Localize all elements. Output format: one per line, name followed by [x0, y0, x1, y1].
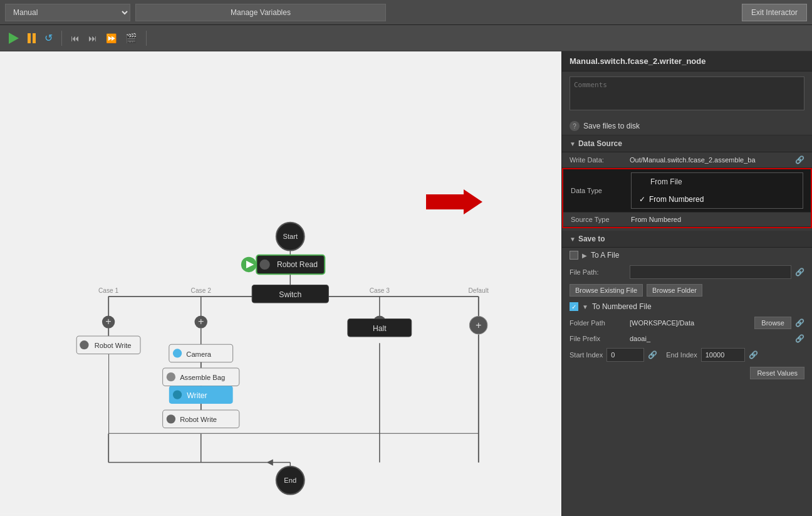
to-numbered-checkbox[interactable]: ✓	[570, 302, 578, 311]
data-type-dropdown-popup[interactable]: From File ✓ From Numbered	[631, 172, 803, 209]
browse-existing-button[interactable]: Browse Existing File	[570, 284, 643, 297]
to-numbered-label: To Numbered File	[592, 302, 652, 311]
reset-values-button[interactable]: Reset Values	[750, 367, 804, 379]
svg-text:Robot Write: Robot Write	[95, 342, 132, 349]
triangle-icon: ▼	[570, 140, 576, 147]
data-source-header[interactable]: ▼ Data Source	[562, 135, 812, 152]
panel-title: Manual.switch.fcase_2.writer_node	[562, 51, 812, 71]
file-prefix-value: daoai_	[630, 335, 791, 342]
svg-text:Writer: Writer	[187, 391, 207, 400]
svg-text:Robot Read: Robot Read	[277, 260, 318, 269]
save-files-row: ? Save files to disk	[562, 117, 812, 135]
flow-diagram: Start Robot Read Switch Case 1 Case 2 Ca…	[0, 51, 561, 516]
svg-text:Assemble Bag: Assemble Bag	[180, 374, 225, 381]
step-over-button[interactable]: ⏩	[103, 32, 119, 45]
data-type-label: Data Type	[571, 187, 627, 194]
write-data-value: Out/Manual.switch.fcase_2.assemble_ba	[630, 156, 791, 164]
svg-text:Camera: Camera	[186, 350, 212, 358]
reload-button[interactable]: ↺	[42, 31, 55, 45]
comments-section	[562, 71, 812, 117]
save-to-label: Save to	[578, 234, 605, 243]
browse-folder-button[interactable]: Browse Folder	[647, 284, 702, 297]
reload-icon: ↺	[44, 32, 53, 44]
pause-button[interactable]	[25, 32, 38, 45]
end-index-input[interactable]	[701, 348, 745, 362]
pause-icon	[28, 33, 36, 43]
start-index-input[interactable]	[606, 348, 644, 362]
write-data-link-icon[interactable]: 🔗	[795, 155, 804, 164]
exit-interactor-button[interactable]: Exit Interactor	[742, 4, 807, 21]
svg-text:Case 1: Case 1	[98, 287, 119, 294]
data-source-label: Data Source	[578, 139, 622, 148]
capture-button[interactable]: 🎬	[123, 31, 140, 45]
source-type-value: From Numbered	[631, 216, 681, 223]
save-to-header[interactable]: ▼ Save to	[562, 231, 812, 248]
step-start-icon: ⏮	[71, 33, 80, 43]
svg-text:+: +	[476, 319, 482, 330]
browse-buttons-row: Browse Existing File Browse Folder	[562, 282, 812, 299]
file-prefix-row: File Prefix daoai_ 🔗	[562, 332, 812, 345]
from-numbered-option: From Numbered	[649, 195, 704, 204]
svg-rect-22	[108, 433, 479, 434]
source-type-row: Source Type From Numbered	[563, 213, 811, 227]
data-type-dropdown-container: From File ✓ From Numbered	[631, 172, 803, 209]
file-prefix-link-icon[interactable]: 🔗	[795, 334, 804, 343]
comments-input[interactable]	[570, 76, 804, 110]
file-prefix-label: File Prefix	[570, 335, 626, 342]
info-icon[interactable]: ?	[570, 121, 580, 131]
dropdown-from-numbered[interactable]: ✓ From Numbered	[632, 191, 803, 208]
checkmark-icon: ✓	[639, 195, 645, 204]
folder-path-value: [WORKSPACE]/Data	[630, 319, 751, 327]
end-index-label: End Index	[666, 351, 697, 359]
from-file-option: From File	[650, 177, 682, 186]
data-type-row: Data Type From File ✓ From Numbered	[563, 169, 811, 213]
start-index-link-icon[interactable]: 🔗	[648, 350, 657, 359]
to-numbered-row: ✓ ▼ To Numbered File	[562, 299, 812, 314]
dropdown-from-file[interactable]: From File	[632, 173, 803, 191]
svg-text:+: +	[105, 315, 112, 327]
save-to-triangle: ▼	[570, 236, 576, 243]
folder-path-label: Folder Path	[570, 319, 626, 327]
manage-vars-button[interactable]: Manage Variables	[135, 4, 386, 21]
svg-point-60	[173, 391, 182, 399]
write-data-row: Write Data: Out/Manual.switch.fcase_2.as…	[562, 152, 812, 168]
step-start-button[interactable]: ⏮	[68, 32, 82, 45]
svg-text:Robot Write: Robot Write	[180, 416, 217, 423]
file-path-row: File Path: 🔗	[562, 263, 812, 282]
to-a-file-checkbox[interactable]	[570, 251, 578, 260]
to-a-file-label: To A File	[591, 251, 619, 260]
toolbar-separator	[61, 31, 62, 46]
svg-marker-0	[426, 189, 482, 214]
play-button[interactable]	[6, 31, 21, 45]
svg-text:Switch: Switch	[279, 290, 301, 299]
save-files-label: Save files to disk	[583, 122, 640, 130]
folder-path-row: Folder Path [WORKSPACE]/Data Browse 🔗	[562, 314, 812, 332]
source-type-label: Source Type	[571, 216, 627, 223]
canvas-area[interactable]: Start Robot Read Switch Case 1 Case 2 Ca…	[0, 51, 561, 516]
svg-text:Start: Start	[283, 233, 298, 240]
file-path-link-icon[interactable]: 🔗	[795, 268, 804, 276]
right-panel: Manual.switch.fcase_2.writer_node ? Save…	[561, 51, 812, 516]
play-icon	[9, 33, 19, 44]
to-a-file-row: ▶ To A File	[562, 248, 812, 263]
toolbar: ↺ ⏮ ⏭ ⏩ 🎬	[0, 25, 812, 51]
svg-text:Case 3: Case 3	[370, 287, 390, 294]
browse-folder-path-button[interactable]: Browse	[754, 317, 791, 329]
start-index-label: Start Index	[570, 351, 603, 359]
folder-path-link-icon[interactable]: 🔗	[795, 319, 804, 327]
svg-text:+: +	[198, 315, 204, 327]
step-all-icon: ⏭	[88, 33, 97, 43]
file-path-input[interactable]	[630, 265, 791, 279]
top-bar: Manual Manage Variables Exit Interactor	[0, 0, 812, 25]
step-over-icon: ⏩	[106, 33, 117, 43]
svg-rect-1	[0, 54, 561, 513]
svg-point-52	[173, 349, 182, 357]
end-index-link-icon[interactable]: 🔗	[749, 350, 758, 359]
step-all-button[interactable]: ⏭	[86, 32, 100, 45]
svg-point-56	[167, 372, 175, 381]
mode-select[interactable]: Manual	[5, 4, 130, 21]
data-type-source-section: Data Type From File ✓ From Numbered	[562, 168, 812, 228]
svg-text:End: End	[284, 477, 296, 484]
write-data-label: Write Data:	[570, 156, 626, 164]
svg-text:Default: Default	[469, 287, 489, 294]
